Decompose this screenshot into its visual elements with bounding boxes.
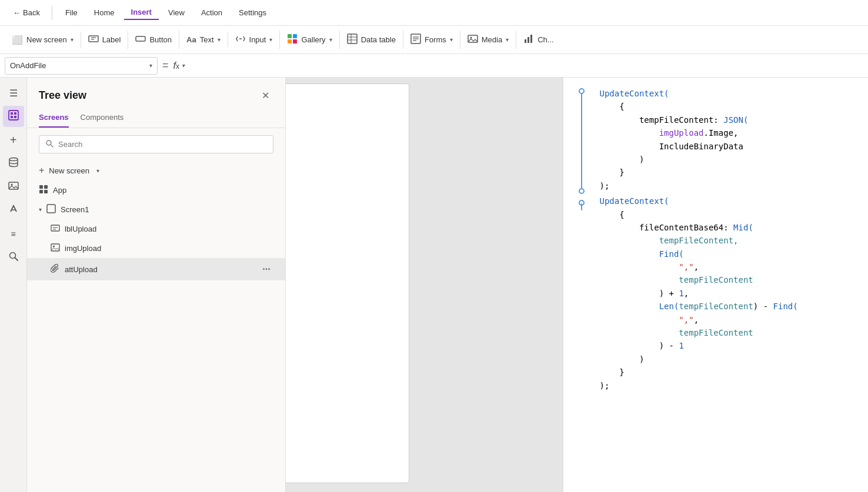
nav-item-settings[interactable]: Settings — [232, 6, 273, 19]
svg-line-34 — [51, 145, 54, 148]
search-input-icon — [45, 139, 54, 149]
variables-icon: ≡ — [11, 229, 15, 239]
sidebar-icon-variables[interactable]: ≡ — [3, 223, 24, 245]
tree-item-imgUpload[interactable]: imgUpload — [27, 239, 285, 258]
equals-sign: = — [162, 59, 169, 72]
media-side-icon — [8, 180, 19, 194]
search-input[interactable] — [58, 140, 267, 149]
svg-rect-40 — [51, 225, 59, 231]
svg-point-27 — [9, 158, 18, 161]
nav-item-home[interactable]: Home — [87, 6, 122, 19]
tree-item-attUpload[interactable]: attUpload ··· — [27, 258, 285, 280]
img-icon — [51, 243, 60, 254]
new-screen-label: New screen — [26, 35, 67, 44]
tab-screens[interactable]: Screens — [39, 108, 69, 128]
gallery-label: Gallery — [301, 35, 325, 44]
power-automate-icon — [8, 203, 19, 217]
svg-rect-35 — [39, 185, 43, 189]
tab-components[interactable]: Components — [81, 108, 124, 128]
tree-close-button[interactable]: ✕ — [257, 87, 273, 103]
svg-rect-8 — [293, 39, 297, 43]
forms-label: Forms — [425, 35, 446, 44]
toolbar-media[interactable]: Media ▾ — [460, 30, 516, 49]
svg-rect-6 — [293, 34, 297, 38]
tree-title: Tree view — [39, 89, 86, 102]
text-icon: Aa — [186, 35, 196, 44]
label-icon — [88, 34, 99, 46]
svg-rect-24 — [14, 112, 16, 115]
toolbar-label[interactable]: Label — [81, 30, 129, 49]
sidebar-icon-media[interactable] — [3, 176, 24, 198]
svg-rect-22 — [9, 111, 18, 120]
att-icon — [51, 264, 60, 275]
toolbar-forms[interactable]: Forms ▾ — [403, 30, 460, 49]
att-more-button[interactable]: ··· — [259, 262, 273, 276]
lbl-label: lblUpload — [65, 225, 273, 233]
svg-rect-28 — [9, 182, 18, 189]
svg-rect-39 — [47, 205, 55, 213]
nav-item-view[interactable]: View — [161, 6, 192, 19]
data-table-icon — [347, 34, 358, 46]
img-label: imgUpload — [65, 244, 273, 253]
svg-rect-26 — [14, 116, 16, 118]
input-chevron: ▾ — [269, 36, 272, 43]
app-icon — [39, 185, 48, 196]
new-screen-button[interactable]: + New screen ▾ — [27, 160, 285, 180]
toolbar-data-table[interactable]: Data table — [340, 30, 403, 49]
tree-item-app[interactable]: App — [27, 180, 285, 200]
data-table-label: Data table — [361, 35, 396, 44]
sidebar-icon-insert[interactable]: + — [3, 129, 24, 150]
back-button[interactable]: ← Back — [7, 6, 46, 19]
property-name: OnAddFile — [10, 61, 46, 70]
sidebar-icon-panel: ☰ + ≡ — [0, 78, 27, 492]
svg-point-18 — [470, 37, 472, 39]
toolbar-charts[interactable]: Ch... — [516, 30, 560, 49]
sidebar-icon-screens[interactable] — [3, 106, 24, 127]
svg-point-44 — [53, 246, 55, 247]
screen1-chevron: ▾ — [39, 206, 42, 213]
tree-item-lblUpload[interactable]: lblUpload — [27, 219, 285, 239]
tree-tabs: Screens Components — [27, 108, 285, 128]
toolbar-gallery[interactable]: Gallery ▾ — [280, 30, 339, 49]
nav-item-action[interactable]: Action — [194, 6, 229, 19]
tree-header: Tree view ✕ — [27, 78, 285, 108]
gallery-icon — [287, 34, 298, 46]
media-label: Media — [482, 35, 502, 44]
lbl-icon — [51, 223, 60, 235]
att-label: attUpload — [65, 265, 255, 274]
fx-button[interactable]: fx ▾ — [173, 61, 185, 71]
svg-rect-9 — [348, 34, 357, 43]
new-screen-chevron: ▾ — [96, 168, 99, 174]
nav-item-insert[interactable]: Insert — [124, 5, 159, 20]
sidebar-icon-power-automate[interactable] — [3, 200, 24, 221]
svg-rect-20 — [528, 37, 529, 43]
svg-rect-25 — [11, 116, 13, 118]
button-icon — [135, 34, 146, 46]
code-block-2: UpdateContext( { fileContentBase64: Mid(… — [589, 195, 854, 392]
code-editor[interactable]: UpdateContext( { tempFileContent: JSON( … — [563, 78, 869, 492]
nav-separator — [52, 6, 52, 20]
sidebar-icon-search[interactable] — [3, 247, 24, 268]
search-input-wrap — [39, 135, 273, 153]
nav-item-file[interactable]: File — [58, 6, 85, 19]
new-screen-icon: ⬜ — [12, 35, 23, 45]
text-chevron: ▾ — [218, 36, 221, 43]
property-selector[interactable]: OnAddFile ▾ — [5, 57, 158, 75]
charts-label: Ch... — [538, 35, 553, 44]
formula-bar: OnAddFile ▾ = fx ▾ — [0, 54, 868, 78]
toolbar-input[interactable]: Input ▾ — [228, 30, 281, 49]
tree-items-list: App ▾ Screen1 lblUpload — [27, 180, 285, 492]
svg-rect-19 — [525, 39, 526, 43]
sidebar-icon-menu[interactable]: ☰ — [3, 82, 24, 103]
app-label: App — [53, 186, 273, 195]
sidebar-icon-data[interactable] — [3, 153, 24, 174]
charts-icon — [523, 34, 534, 46]
label-label: Label — [102, 35, 121, 44]
tree-item-screen1[interactable]: ▾ Screen1 — [27, 200, 285, 219]
forms-icon — [410, 34, 421, 46]
code-wrapper: UpdateContext( { tempFileContent: JSON( … — [577, 87, 854, 392]
toolbar-new-screen[interactable]: ⬜ New screen ▾ — [5, 31, 81, 49]
main-area: ☰ + ≡ — [0, 78, 868, 492]
toolbar-text[interactable]: Aa Text ▾ — [179, 32, 228, 48]
toolbar-button[interactable]: Button — [128, 30, 179, 49]
